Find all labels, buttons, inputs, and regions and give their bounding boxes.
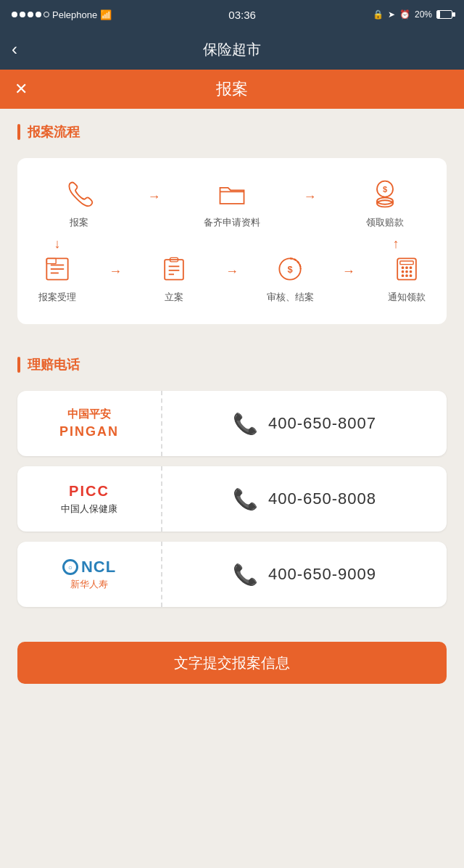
flow-row-2: 报案受理 → 立案 → $ bbox=[32, 253, 432, 304]
arrow-up-lingqu: ↑ bbox=[360, 236, 432, 252]
signal-dots bbox=[12, 12, 49, 17]
close-button[interactable]: ✕ bbox=[14, 80, 28, 99]
svg-rect-29 bbox=[400, 261, 413, 265]
dot4 bbox=[36, 12, 41, 17]
bottom-button-area: 文字提交报案信息 bbox=[0, 635, 464, 706]
flow-item-baoan: 报案 bbox=[54, 178, 104, 229]
phone-title-text: 理赔电话 bbox=[28, 356, 80, 373]
flow-label-shenhe: 审核、结案 bbox=[267, 291, 314, 304]
flow-row-1: 报案 → 备齐申请资料 → $ bbox=[32, 178, 432, 229]
pingan-logo: 中国平安 PINGAN bbox=[17, 391, 162, 456]
nav-title: 保险超市 bbox=[203, 40, 261, 59]
pingan-name: 中国平安 bbox=[67, 408, 111, 421]
svg-point-22 bbox=[410, 266, 413, 269]
ncl-number: 400-650-9009 bbox=[268, 565, 376, 584]
phone-icon bbox=[63, 178, 95, 210]
phone-icon-ncl: 📞 bbox=[233, 563, 258, 587]
flow-item-shenhe: $ 审核、结案 bbox=[265, 253, 315, 304]
alarm-icon: ⏰ bbox=[399, 9, 410, 20]
section-header: ✕ 报案 bbox=[0, 70, 464, 109]
arrow-right-1: → bbox=[147, 189, 160, 204]
lock-icon: 🔒 bbox=[373, 9, 384, 20]
location-icon: ➤ bbox=[388, 9, 395, 20]
svg-rect-10 bbox=[46, 258, 56, 263]
status-time: 03:36 bbox=[228, 9, 256, 21]
phone-card-ncl[interactable]: ○ NCL 新华人寿 📞 400-650-9009 bbox=[17, 542, 447, 607]
svg-point-24 bbox=[405, 270, 408, 273]
phone2-icon bbox=[391, 253, 423, 285]
arrow-right-4: → bbox=[225, 264, 239, 279]
flow-label-baoan-shouli: 报案受理 bbox=[38, 291, 76, 304]
flow-item-lian: 立案 bbox=[149, 253, 199, 304]
svg-rect-11 bbox=[165, 260, 183, 280]
svg-point-20 bbox=[402, 266, 405, 269]
flow-item-beiqishenqing: 备齐申请资料 bbox=[204, 178, 260, 229]
battery-icon bbox=[436, 10, 452, 19]
battery-label: 20% bbox=[415, 9, 432, 20]
phone-title-bar bbox=[17, 357, 20, 373]
flow-item-tongzhi: 通知领款 bbox=[381, 253, 432, 304]
flow-label-baoan: 报案 bbox=[70, 216, 88, 229]
arrow-right-3: → bbox=[109, 264, 122, 279]
flow-title-text: 报案流程 bbox=[28, 123, 80, 141]
phone-card-pingan[interactable]: 中国平安 PINGAN 📞 400-650-8007 bbox=[17, 391, 447, 456]
phone-icon-pingan: 📞 bbox=[233, 412, 258, 436]
ncl-number-area[interactable]: 📞 400-650-9009 bbox=[162, 542, 447, 607]
svg-point-27 bbox=[405, 274, 408, 277]
pingan-brand: PINGAN bbox=[59, 424, 119, 439]
svg-text:$: $ bbox=[288, 264, 293, 275]
dot1 bbox=[12, 12, 17, 17]
ncl-circle-icon: ○ bbox=[62, 559, 78, 575]
back-button[interactable]: ‹ bbox=[12, 39, 17, 59]
arrow-right-5: → bbox=[342, 264, 355, 279]
flow-label-lingqupeihouin: 领取赔款 bbox=[366, 216, 404, 229]
folder-icon bbox=[216, 178, 248, 210]
content-area: 报案流程 报案 → 备齐申请资料 → bbox=[0, 109, 464, 356]
flow-item-baoan-shouli: 报案受理 bbox=[32, 253, 83, 304]
flow-section-title: 报案流程 bbox=[17, 123, 447, 141]
picc-name: 中国人保健康 bbox=[61, 503, 117, 516]
pingan-number-area[interactable]: 📞 400-650-8007 bbox=[162, 391, 447, 456]
form-icon bbox=[41, 253, 73, 285]
ncl-logo: ○ NCL 新华人寿 bbox=[17, 542, 162, 607]
picc-number-area[interactable]: 📞 400-650-8008 bbox=[162, 466, 447, 532]
flow-label-tongzhi: 通知领款 bbox=[388, 291, 426, 304]
flow-label-beiqishenqing: 备齐申请资料 bbox=[204, 216, 260, 229]
arrow-down-baoan: ↓ bbox=[32, 236, 83, 252]
picc-brand: PICC bbox=[69, 483, 109, 500]
dot5 bbox=[44, 12, 49, 17]
title-bar-decoration bbox=[17, 124, 20, 140]
wifi-icon: 📶 bbox=[100, 9, 112, 20]
flow-label-lian: 立案 bbox=[165, 291, 183, 304]
svg-point-28 bbox=[410, 274, 413, 277]
coins-icon: $ bbox=[369, 178, 401, 210]
dot3 bbox=[28, 12, 33, 17]
carrier-label: Pelephone bbox=[52, 9, 97, 20]
svg-point-25 bbox=[410, 270, 413, 273]
review-icon: $ bbox=[274, 253, 306, 285]
status-right: 🔒 ➤ ⏰ 20% bbox=[373, 9, 452, 20]
status-left: Pelephone 📶 bbox=[12, 9, 112, 20]
ncl-name: 新华人寿 bbox=[70, 578, 108, 591]
phone-section-title: 理赔电话 bbox=[17, 356, 447, 373]
phone-icon-picc: 📞 bbox=[233, 487, 258, 511]
status-bar: Pelephone 📶 03:36 🔒 ➤ ⏰ 20% bbox=[0, 0, 464, 29]
flow-diagram: 报案 → 备齐申请资料 → $ bbox=[17, 158, 447, 324]
svg-point-26 bbox=[402, 274, 405, 277]
svg-point-21 bbox=[405, 266, 408, 269]
pingan-number: 400-650-8007 bbox=[268, 414, 376, 433]
phone-section: 理赔电话 中国平安 PINGAN 📞 400-650-8007 PICC 中国人… bbox=[0, 356, 464, 635]
ncl-brand: NCL bbox=[81, 558, 116, 576]
arrow-right-2: → bbox=[304, 189, 317, 204]
nav-bar: ‹ 保险超市 bbox=[0, 29, 464, 70]
clipboard-icon bbox=[158, 253, 190, 285]
svg-point-23 bbox=[402, 270, 405, 273]
picc-number: 400-650-8008 bbox=[268, 489, 376, 508]
phone-card-picc[interactable]: PICC 中国人保健康 📞 400-650-8008 bbox=[17, 466, 447, 532]
svg-text:$: $ bbox=[383, 185, 387, 194]
flow-item-lingqupeihouin: $ 领取赔款 bbox=[360, 178, 410, 229]
submit-button[interactable]: 文字提交报案信息 bbox=[17, 642, 447, 684]
ncl-top: ○ NCL bbox=[62, 558, 116, 576]
picc-logo: PICC 中国人保健康 bbox=[17, 466, 162, 532]
dot2 bbox=[20, 12, 25, 17]
